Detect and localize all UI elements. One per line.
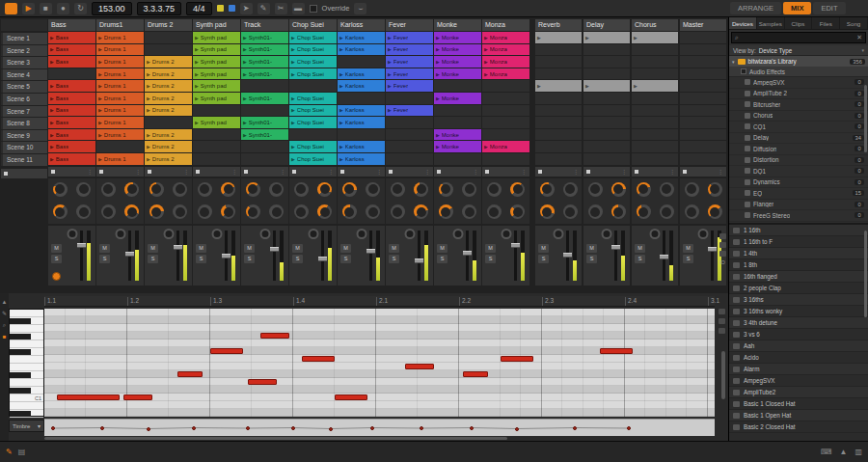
send-knob[interactable] (198, 204, 212, 219)
send-knob[interactable] (317, 182, 332, 197)
send-knob[interactable] (246, 204, 260, 219)
clip[interactable]: ▶Synth01- (241, 68, 288, 80)
send-knob[interactable] (660, 204, 674, 219)
track-header[interactable]: Master (680, 19, 726, 31)
clip[interactable]: ▶Monke (434, 129, 481, 141)
clip[interactable]: ▶Synth pad (193, 93, 240, 104)
clip-slot[interactable] (386, 153, 433, 165)
piano-key[interactable] (10, 310, 43, 317)
clip[interactable]: ▶Chop Suei (289, 32, 337, 43)
fader-handle[interactable] (708, 247, 717, 252)
solo-button[interactable]: S (51, 255, 62, 263)
scene-launch-button[interactable]: Scene 9 (1, 130, 47, 142)
mute-button[interactable]: M (196, 244, 206, 253)
solo-button[interactable]: S (683, 255, 693, 263)
clip-slot[interactable] (434, 153, 481, 165)
clip-slot[interactable] (535, 56, 582, 68)
fader-handle[interactable] (222, 254, 231, 258)
automation-point[interactable] (627, 426, 631, 430)
send-knob[interactable] (462, 182, 476, 197)
send-knob[interactable] (317, 204, 332, 219)
punch-out-icon[interactable] (229, 5, 235, 12)
piano-key[interactable] (10, 317, 43, 325)
pan-knob[interactable] (602, 229, 612, 239)
clip-slot[interactable] (482, 117, 529, 128)
send-knob[interactable] (269, 182, 284, 197)
send-knob[interactable] (149, 204, 164, 219)
automation-toggle-icon[interactable] (719, 318, 725, 324)
send-knob[interactable] (269, 204, 284, 219)
clip-slot[interactable] (680, 68, 726, 80)
track-header[interactable]: Delay (583, 19, 630, 31)
clip[interactable]: ▶Monke (434, 56, 481, 68)
clip-slot[interactable] (632, 117, 678, 128)
solo-button[interactable]: S (437, 255, 448, 263)
send-knob[interactable] (101, 182, 116, 197)
meters-toggle-icon[interactable] (719, 251, 726, 257)
editor-zoom-tool-icon[interactable]: ⌕ (3, 322, 6, 328)
fader-handle[interactable] (415, 258, 423, 263)
clip-slot[interactable] (583, 153, 630, 165)
mute-button[interactable]: M (437, 244, 448, 253)
mute-button[interactable]: M (683, 244, 693, 253)
scene-launch-button[interactable]: Scene 2 (1, 45, 47, 57)
scene-launch-button[interactable]: Scene 10 (1, 142, 47, 153)
clip[interactable]: ▶Chop Suei (289, 153, 337, 165)
clip[interactable]: ▶Synth01- (241, 117, 288, 128)
automation-point[interactable] (192, 426, 196, 430)
send-knob[interactable] (198, 182, 212, 197)
knife-tool-icon[interactable]: ✂ (275, 3, 287, 14)
midi-note[interactable] (210, 348, 243, 354)
clip-stop-button[interactable]: ⋮ (241, 167, 288, 177)
mute-button[interactable]: M (635, 244, 645, 253)
preset-list-scrollbar[interactable] (864, 231, 867, 317)
clip-slot[interactable] (386, 141, 433, 152)
piano-key[interactable] (10, 387, 43, 394)
editor-edit-mode-icon[interactable]: ■ (3, 334, 7, 340)
clip[interactable]: ▶Bass (48, 117, 95, 128)
device-item[interactable]: Distortion0 (729, 155, 868, 167)
clip[interactable]: ▶Karloss (338, 105, 385, 117)
scene-launch-button[interactable]: Scene 7 (1, 106, 47, 118)
clip-slot[interactable] (583, 93, 630, 104)
clip-slot[interactable] (583, 68, 630, 80)
timeline-ruler[interactable]: 1.11.21.31.42.12.22.32.43.1 (44, 296, 715, 307)
clip-slot[interactable] (241, 153, 288, 165)
send-knob[interactable] (510, 204, 525, 219)
io-toggle[interactable]: IO (719, 259, 725, 265)
device-item[interactable]: Chorus0 (729, 111, 868, 122)
send-knob[interactable] (366, 182, 380, 197)
piano-key[interactable] (10, 410, 43, 418)
track-header[interactable]: Karloss (338, 19, 385, 31)
clip[interactable]: ▶Synth pad (193, 68, 240, 80)
midi-note[interactable] (405, 364, 434, 369)
view-by-dropdown[interactable]: Device Type (759, 47, 793, 54)
clip[interactable]: ▶Synth01- (241, 56, 288, 68)
clip-slot[interactable] (583, 141, 630, 152)
clip[interactable]: ▶Drums 2 (145, 141, 192, 152)
clip-slot[interactable] (535, 105, 582, 117)
fader-handle[interactable] (611, 245, 620, 250)
clip[interactable]: ▶Bass (48, 56, 95, 68)
piano-key[interactable] (10, 402, 43, 410)
magnet-snap-icon[interactable]: ⌣ (354, 3, 366, 14)
clip-slot[interactable] (632, 105, 678, 117)
clip-stop-button[interactable]: ⋮ (289, 167, 337, 177)
clip[interactable]: ▶Chop Suei (289, 56, 337, 68)
browser-tab-song[interactable]: Song (840, 17, 868, 29)
track-header[interactable]: Fever (386, 19, 433, 31)
clip[interactable]: ▶Karloss (338, 44, 385, 56)
clip[interactable]: ▶Synth pad (193, 44, 240, 56)
keyboard-icon[interactable]: ⌨ (821, 448, 832, 456)
send-knob[interactable] (510, 182, 525, 197)
solo-button[interactable]: S (99, 255, 110, 263)
solo-button[interactable]: S (538, 255, 549, 263)
clip-slot[interactable] (680, 56, 726, 68)
clip[interactable]: ▶Drums 2 (145, 80, 192, 92)
clip-slot[interactable] (386, 93, 433, 104)
preset-item[interactable]: 1 8th (729, 259, 868, 271)
scene-launch-button[interactable]: Scene 6 (1, 94, 47, 105)
piano-key[interactable] (10, 325, 43, 333)
clip[interactable]: ▶Chop Suei (289, 105, 337, 117)
midi-note[interactable] (177, 371, 203, 377)
